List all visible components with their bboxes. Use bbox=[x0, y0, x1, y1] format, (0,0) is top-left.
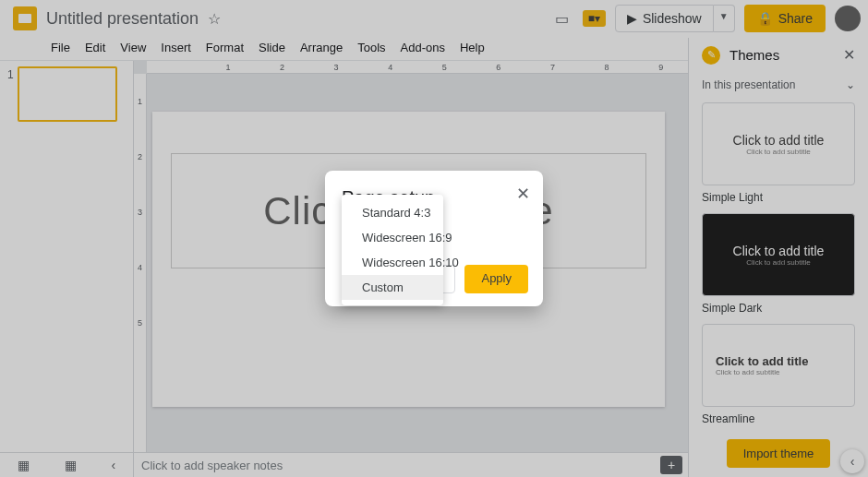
dropdown-option-custom[interactable]: Custom bbox=[342, 275, 443, 300]
dialog-close-button[interactable]: ✕ bbox=[516, 184, 530, 204]
dropdown-option-standard-4-3[interactable]: Standard 4:3 bbox=[342, 200, 443, 225]
dropdown-option-widescreen-16-10[interactable]: Widescreen 16:10 bbox=[342, 250, 443, 275]
apply-button[interactable]: Apply bbox=[464, 265, 528, 293]
dropdown-option-widescreen-16-9[interactable]: Widescreen 16:9 bbox=[342, 225, 443, 250]
page-setup-dropdown: Standard 4:3 Widescreen 16:9 Widescreen … bbox=[342, 195, 443, 305]
